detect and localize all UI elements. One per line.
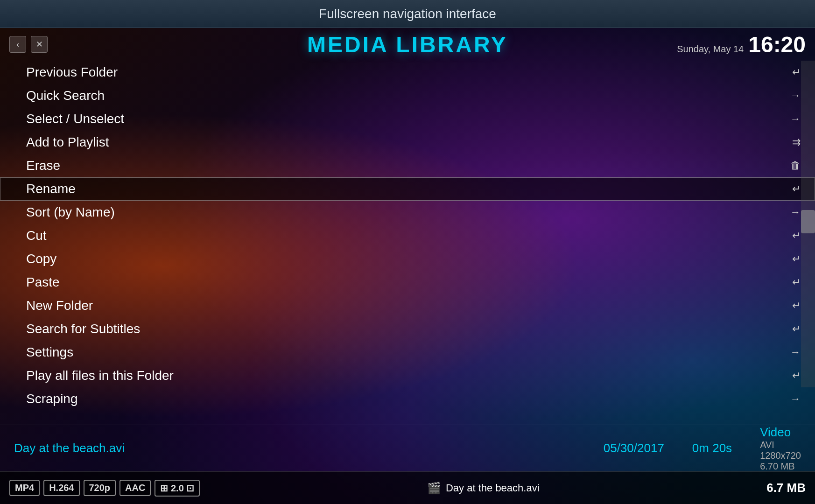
file-resolution: 1280x720 [760, 450, 801, 461]
main-area: ‹ ✕ MEDIA LIBRARY Sunday, May 14 16:20 P… [0, 28, 815, 504]
codec-badge: 720p [84, 480, 116, 496]
title-bar-label: Fullscreen navigation interface [319, 7, 496, 21]
menu-item-label: New Folder [26, 298, 93, 313]
menu-item-icon: ↵ [787, 183, 801, 195]
menu-item-label: Erase [26, 158, 60, 173]
scrollbar-thumb[interactable] [801, 210, 815, 233]
menu-item-icon: → [787, 113, 801, 125]
menu-item-rename[interactable]: Rename↵ [0, 177, 815, 201]
menu-item-icon: → [787, 346, 801, 358]
menu-item-label: Paste [26, 275, 60, 290]
back-button[interactable]: ‹ [9, 36, 26, 53]
menu-item-label: Play all files in this Folder [26, 368, 174, 383]
menu-item-cut[interactable]: Cut↵ [0, 224, 815, 247]
menu-item-label: Select / Unselect [26, 112, 124, 126]
clock-area: Sunday, May 14 16:20 [677, 32, 806, 57]
file-date: 05/30/2017 [604, 441, 664, 455]
nav-buttons: ‹ ✕ [9, 36, 48, 53]
menu-item-label: Quick Search [26, 88, 105, 103]
file-duration: 0m 20s [692, 441, 732, 455]
menu-item-copy[interactable]: Copy↵ [0, 247, 815, 271]
menu-item-label: Previous Folder [26, 65, 118, 80]
menu-item-settings[interactable]: Settings→ [0, 341, 815, 364]
menu-item-icon: → [787, 90, 801, 102]
menu-item-search-for-subtitles[interactable]: Search for Subtitles↵ [0, 317, 815, 341]
file-format: AVI [760, 440, 801, 450]
codec-badge: MP4 [9, 480, 40, 496]
file-info-row: Day at the beach.avi 05/30/2017 0m 20s V… [0, 425, 815, 471]
menu-item-icon: ↵ [787, 300, 801, 312]
menu-list: Previous Folder↵Quick Search→Select / Un… [0, 61, 815, 425]
codec-badge: AAC [119, 480, 151, 496]
menu-item-icon: ↵ [787, 323, 801, 335]
menu-item-icon: ↵ [787, 276, 801, 288]
bottom-filename: 🎬 Day at the beach.avi [427, 482, 540, 495]
bottom-filename-label: Day at the beach.avi [446, 482, 540, 494]
file-name: Day at the beach.avi [14, 441, 604, 455]
menu-item-erase[interactable]: Erase🗑 [0, 154, 815, 177]
file-type: Video [760, 425, 801, 440]
menu-item-icon: ↵ [787, 66, 801, 78]
codec-badges: MP4H.264720pAAC⊞ 2.0 ⊡ [9, 480, 200, 497]
bottom-bar: MP4H.264720pAAC⊞ 2.0 ⊡ 🎬 Day at the beac… [0, 471, 815, 504]
menu-item-label: Search for Subtitles [26, 322, 140, 336]
menu-item-label: Add to Playlist [26, 135, 109, 150]
file-type-block: Video AVI 1280x720 6.70 MB [760, 425, 801, 472]
menu-item-icon: ↵ [787, 253, 801, 265]
menu-item-quick-search[interactable]: Quick Search→ [0, 84, 815, 107]
menu-item-label: Cut [26, 228, 47, 243]
date-display: Sunday, May 14 [677, 44, 744, 55]
menu-item-icon: → [787, 206, 801, 218]
menu-item-icon: 🗑 [787, 160, 801, 172]
menu-item-label: Settings [26, 345, 73, 360]
bottom-filesize: 6.7 MB [766, 481, 806, 495]
codec-badge: H.264 [43, 480, 79, 496]
menu-item-play-all-files-in-this-folder[interactable]: Play all files in this Folder↵ [0, 364, 815, 387]
menu-item-label: Sort (by Name) [26, 205, 115, 220]
menu-item-select-/-unselect[interactable]: Select / Unselect→ [0, 107, 815, 131]
library-title: MEDIA LIBRARY [307, 32, 508, 57]
film-icon: 🎬 [427, 482, 441, 495]
menu-item-new-folder[interactable]: New Folder↵ [0, 294, 815, 317]
header: ‹ ✕ MEDIA LIBRARY Sunday, May 14 16:20 [0, 28, 815, 61]
menu-item-add-to-playlist[interactable]: Add to Playlist⇉ [0, 131, 815, 154]
back-icon: ‹ [16, 40, 19, 49]
file-size-detail: 6.70 MB [760, 461, 801, 472]
time-display: 16:20 [748, 32, 806, 57]
menu-item-paste[interactable]: Paste↵ [0, 271, 815, 294]
title-bar: Fullscreen navigation interface [0, 0, 815, 28]
menu-item-sort-(by-name)[interactable]: Sort (by Name)→ [0, 201, 815, 224]
menu-item-icon: → [787, 393, 801, 405]
close-button[interactable]: ✕ [31, 36, 48, 53]
close-icon: ✕ [36, 39, 43, 49]
scrollbar[interactable] [801, 61, 815, 387]
menu-item-label: Rename [26, 182, 76, 196]
codec-badge: ⊞ 2.0 ⊡ [155, 480, 200, 497]
menu-item-icon: ↵ [787, 230, 801, 242]
menu-item-label: Scraping [26, 392, 78, 406]
menu-item-previous-folder[interactable]: Previous Folder↵ [0, 61, 815, 84]
menu-item-icon: ↵ [787, 370, 801, 382]
menu-item-scraping[interactable]: Scraping→ [0, 387, 815, 411]
menu-item-icon: ⇉ [787, 136, 801, 148]
menu-item-label: Copy [26, 252, 56, 266]
